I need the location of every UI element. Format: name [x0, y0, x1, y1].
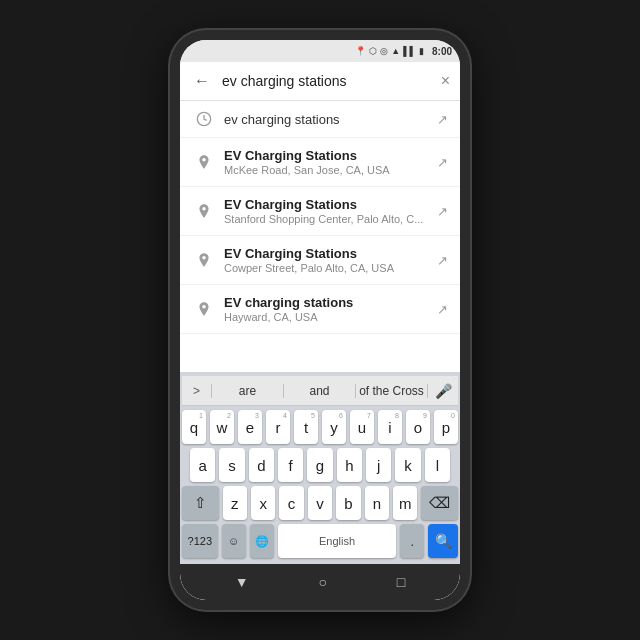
arrow-icon-2: ↗	[437, 204, 448, 219]
shift-key[interactable]: ⇧	[182, 486, 219, 520]
key-p[interactable]: 0p	[434, 410, 458, 444]
arrow-icon-3: ↗	[437, 253, 448, 268]
suggestion-subtitle-4: Hayward, CA, USA	[224, 311, 429, 323]
suggestion-item-history[interactable]: ev charging stations ↗	[180, 101, 460, 138]
num-switch-key[interactable]: ?123	[182, 524, 218, 558]
key-q[interactable]: 1q	[182, 410, 206, 444]
key-g[interactable]: g	[307, 448, 332, 482]
place-icon-1	[192, 154, 216, 170]
emoji-key[interactable]: ☺	[222, 524, 246, 558]
key-e[interactable]: 3e	[238, 410, 262, 444]
battery-icon: ▮	[419, 46, 424, 56]
key-s[interactable]: s	[219, 448, 244, 482]
period-key[interactable]: .	[400, 524, 424, 558]
arrow-icon-4: ↗	[437, 302, 448, 317]
status-bar: 📍 ⬡ ◎ ▲ ▌▌ ▮ 8:00	[180, 40, 460, 62]
location-icon: 📍	[355, 46, 366, 56]
word-suggestion-2[interactable]: of the Cross	[356, 384, 428, 398]
status-time: 8:00	[432, 46, 452, 57]
phone-screen: 📍 ⬡ ◎ ▲ ▌▌ ▮ 8:00 ← ×	[180, 40, 460, 600]
wifi-icon: ▲	[391, 46, 400, 56]
suggestions-list: ev charging stations ↗ EV Charging Stati…	[180, 101, 460, 372]
arrow-icon-1: ↗	[437, 155, 448, 170]
nav-recent-button[interactable]: □	[397, 574, 405, 590]
nav-home-button[interactable]: ○	[318, 574, 326, 590]
suggestion-title-4: EV charging stations	[224, 295, 429, 310]
arrow-icon-0: ↗	[437, 112, 448, 127]
space-key[interactable]: English	[278, 524, 397, 558]
place-icon-4	[192, 301, 216, 317]
phone-frame: 📍 ⬡ ◎ ▲ ▌▌ ▮ 8:00 ← ×	[170, 30, 470, 610]
keyboard-suggestions-row: > are and of the Cross 🎤	[182, 376, 458, 406]
key-row-asdf: a s d f g h j k l	[182, 448, 458, 482]
key-l[interactable]: l	[425, 448, 450, 482]
keyboard: > are and of the Cross 🎤 1q 2w 3e 4r 5t …	[180, 372, 460, 564]
suggestion-item-1[interactable]: EV Charging Stations McKee Road, San Jos…	[180, 138, 460, 187]
suggestion-subtitle-3: Cowper Street, Palo Alto, CA, USA	[224, 262, 429, 274]
nav-back-button[interactable]: ▼	[235, 574, 249, 590]
suggestion-title-0: ev charging stations	[224, 112, 429, 127]
key-z[interactable]: z	[223, 486, 247, 520]
globe-key[interactable]: 🌐	[250, 524, 274, 558]
suggestion-title-1: EV Charging Stations	[224, 148, 429, 163]
key-d[interactable]: d	[249, 448, 274, 482]
key-w[interactable]: 2w	[210, 410, 234, 444]
key-k[interactable]: k	[395, 448, 420, 482]
suggestion-item-2[interactable]: EV Charging Stations Stanford Shopping C…	[180, 187, 460, 236]
key-o[interactable]: 9o	[406, 410, 430, 444]
word-suggestion-0[interactable]: are	[212, 384, 284, 398]
key-u[interactable]: 7u	[350, 410, 374, 444]
suggestion-text-2: EV Charging Stations Stanford Shopping C…	[216, 197, 437, 225]
key-f[interactable]: f	[278, 448, 303, 482]
clear-button[interactable]: ×	[441, 72, 450, 90]
place-icon-2	[192, 203, 216, 219]
key-b[interactable]: b	[336, 486, 360, 520]
history-icon	[192, 111, 216, 127]
key-n[interactable]: n	[365, 486, 389, 520]
mic-button[interactable]: 🎤	[428, 383, 458, 399]
key-row-qwerty: 1q 2w 3e 4r 5t 6y 7u 8i 9o 0p	[182, 410, 458, 444]
key-r[interactable]: 4r	[266, 410, 290, 444]
suggestion-text-history: ev charging stations	[216, 112, 437, 127]
bluetooth-icon: ⬡	[369, 46, 377, 56]
suggestion-text-4: EV charging stations Hayward, CA, USA	[216, 295, 437, 323]
signal-icon: ▌▌	[403, 46, 416, 56]
suggestion-subtitle-1: McKee Road, San Jose, CA, USA	[224, 164, 429, 176]
suggestion-title-3: EV Charging Stations	[224, 246, 429, 261]
suggestion-item-4[interactable]: EV charging stations Hayward, CA, USA ↗	[180, 285, 460, 334]
key-c[interactable]: c	[279, 486, 303, 520]
key-v[interactable]: v	[308, 486, 332, 520]
search-bar: ← ×	[180, 62, 460, 101]
suggestion-text-1: EV Charging Stations McKee Road, San Jos…	[216, 148, 437, 176]
place-icon-3	[192, 252, 216, 268]
key-a[interactable]: a	[190, 448, 215, 482]
search-input[interactable]	[222, 73, 433, 89]
word-suggestion-1[interactable]: and	[284, 384, 356, 398]
key-x[interactable]: x	[251, 486, 275, 520]
search-action-key[interactable]: 🔍	[428, 524, 458, 558]
key-t[interactable]: 5t	[294, 410, 318, 444]
suggestion-text-3: EV Charging Stations Cowper Street, Palo…	[216, 246, 437, 274]
bottom-nav: ▼ ○ □	[180, 564, 460, 600]
key-m[interactable]: m	[393, 486, 417, 520]
key-h[interactable]: h	[337, 448, 362, 482]
key-row-bottom: ?123 ☺ 🌐 English . 🔍	[182, 524, 458, 558]
backspace-key[interactable]: ⌫	[421, 486, 458, 520]
suggestion-item-3[interactable]: EV Charging Stations Cowper Street, Palo…	[180, 236, 460, 285]
back-button[interactable]: ←	[190, 70, 214, 92]
suggestion-title-2: EV Charging Stations	[224, 197, 429, 212]
key-j[interactable]: j	[366, 448, 391, 482]
status-icons: 📍 ⬡ ◎ ▲ ▌▌ ▮	[355, 46, 424, 56]
key-row-zxcv: ⇧ z x c v b n m ⌫	[182, 486, 458, 520]
expand-suggestions-button[interactable]: >	[182, 384, 212, 398]
suggestion-subtitle-2: Stanford Shopping Center, Palo Alto, C..…	[224, 213, 429, 225]
key-y[interactable]: 6y	[322, 410, 346, 444]
nfc-icon: ◎	[380, 46, 388, 56]
key-i[interactable]: 8i	[378, 410, 402, 444]
